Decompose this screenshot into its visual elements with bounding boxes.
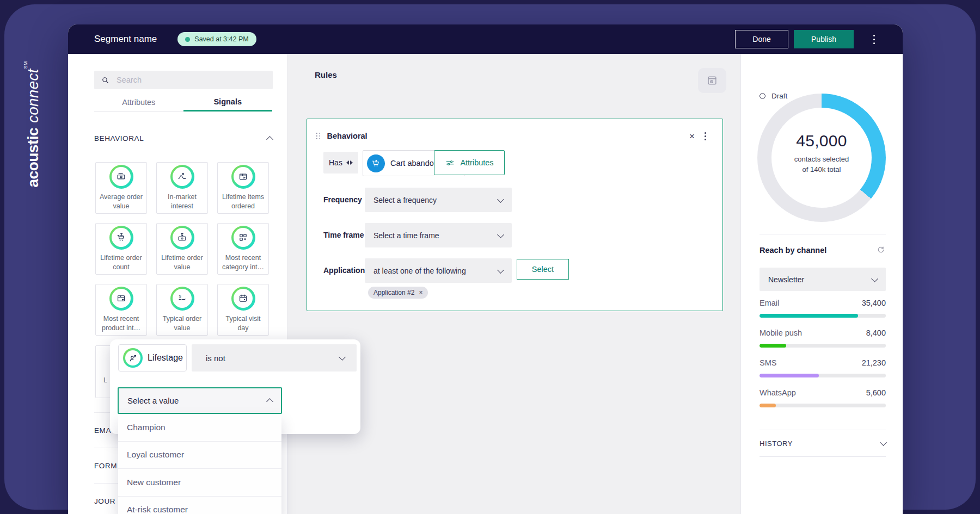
signal-card-partial-label: L — [103, 376, 107, 384]
chevron-down-icon — [497, 267, 504, 274]
channel-bar-fill — [759, 374, 819, 377]
contacts-caption-2: of 140k total — [757, 165, 886, 175]
category-grid-icon — [231, 226, 255, 250]
package-heart-icon — [109, 287, 133, 311]
signals-grid: Average order valueIn-market interestLif… — [95, 162, 271, 336]
signal-card[interactable]: Lifetime order count — [95, 223, 147, 275]
rule-card-title: Behavioral — [327, 132, 367, 140]
summary-panel: Draft 45,000 contacts selected of 140k t… — [740, 54, 903, 514]
history-label: HISTORY — [759, 439, 793, 448]
app-header: Segment name Saved at 3:42 PM Done Publi… — [68, 24, 903, 54]
channel-value: 35,400 — [862, 299, 886, 307]
signal-card-label: Lifetime items ordered — [218, 193, 268, 212]
application-select[interactable]: at least one of the following — [365, 258, 512, 283]
channel-bar-track — [759, 344, 886, 348]
signal-card[interactable]: Lifetime order value — [156, 223, 208, 275]
channel-value: 5,600 — [866, 388, 886, 397]
signal-card[interactable]: Average order value — [95, 162, 147, 214]
dollar-wave-icon: $ — [170, 287, 194, 311]
draft-status-label: Draft — [771, 92, 787, 100]
chevron-down-icon — [871, 275, 878, 282]
signal-card-label: Lifetime order count — [96, 253, 146, 273]
chevron-up-icon — [266, 136, 273, 143]
brand-servicemark: SM — [23, 61, 29, 69]
chevron-up-icon — [266, 398, 273, 405]
sliders-icon — [445, 158, 455, 168]
section-behavioral-header[interactable]: BEHAVIORAL — [94, 134, 272, 143]
attribute-chip-lifestage[interactable]: Lifestage — [118, 344, 187, 371]
signal-card[interactable]: Most recent product int… — [95, 284, 147, 336]
dropdown-option-loyal-customer[interactable]: Loyal customer — [118, 441, 281, 469]
signal-card-label: Most recent product int… — [96, 314, 146, 333]
channel-label: SMS — [759, 358, 776, 367]
rules-canvas: Rules Behavioral × Has — [287, 54, 740, 514]
operator-select[interactable]: is not — [192, 344, 357, 371]
timeframe-select-value: Select a time frame — [373, 231, 439, 240]
close-icon[interactable]: × — [689, 132, 695, 141]
divider — [759, 234, 886, 234]
tab-signals[interactable]: Signals — [183, 93, 273, 112]
dropdown-option-at-risk-customer[interactable]: At-risk customer — [118, 496, 281, 514]
interest-curve-icon — [170, 165, 194, 189]
drag-handle-icon[interactable] — [316, 133, 321, 140]
audience-select[interactable]: Newsletter — [759, 268, 886, 291]
behavioral-rule-card: Behavioral × Has Cart abandonment — [307, 119, 723, 311]
audience-select-value: Newsletter — [768, 275, 804, 284]
channel-row-mobile-push: Mobile push8,400 — [759, 327, 886, 357]
history-section-header[interactable]: HISTORY — [759, 430, 886, 457]
signal-card[interactable]: Typical visit day — [217, 284, 269, 336]
calendar-icon — [231, 287, 255, 311]
done-button[interactable]: Done — [735, 30, 788, 48]
signal-card[interactable]: $Typical order value — [156, 284, 208, 336]
value-select-placeholder: Select a value — [127, 396, 179, 405]
application-select-button[interactable]: Select — [517, 259, 569, 280]
channel-reach-list: Email35,400Mobile push8,400SMS21,230What… — [759, 298, 886, 417]
chevron-down-icon — [497, 196, 504, 203]
rules-title: Rules — [315, 70, 337, 79]
search-icon — [101, 75, 110, 85]
saved-dot-icon — [185, 37, 190, 42]
publish-button[interactable]: Publish — [794, 30, 854, 48]
saved-badge-label: Saved at 3:42 PM — [194, 35, 248, 43]
application-chip: Application #2 × — [368, 287, 428, 299]
draft-status-icon — [759, 93, 765, 99]
operator-toggle[interactable]: Has — [323, 152, 358, 174]
signal-card[interactable]: Most recent category int… — [217, 223, 269, 275]
frequency-select[interactable]: Select a frequency — [365, 188, 512, 212]
channel-bar-fill — [759, 344, 786, 348]
brand-acoustic: acoustic — [25, 127, 42, 187]
chevron-down-icon — [339, 354, 346, 361]
search-bar[interactable] — [94, 71, 273, 89]
signal-card-label: Lifetime order value — [157, 253, 207, 273]
timeframe-select[interactable]: Select a time frame — [365, 223, 512, 247]
contacts-caption-1: contacts selected — [757, 154, 886, 165]
signal-card[interactable]: In-market interest — [156, 162, 208, 214]
channel-label: Email — [759, 299, 779, 307]
dropdown-option-new-customer[interactable]: New customer — [118, 468, 281, 496]
section-behavioral-label: BEHAVIORAL — [94, 134, 144, 143]
banknote-icon — [109, 165, 133, 189]
channel-label: WhatsApp — [759, 388, 796, 397]
refresh-icon[interactable] — [876, 245, 886, 255]
sidebar-tabs: AttributesSignals — [94, 93, 272, 112]
operator-label: Has — [329, 158, 342, 167]
estimate-button[interactable] — [698, 68, 726, 93]
attributes-button[interactable]: Attributes — [434, 150, 505, 175]
dropdown-option-champion[interactable]: Champion — [118, 414, 281, 441]
value-select[interactable]: Select a value — [118, 387, 282, 414]
tab-attributes[interactable]: Attributes — [94, 93, 183, 112]
signal-card[interactable]: Lifetime items ordered — [217, 162, 269, 214]
rule-overflow-menu-icon[interactable] — [701, 130, 709, 142]
page-background: acousticconnectSM Segment name Saved at … — [0, 0, 980, 514]
signal-card-label: Average order value — [96, 193, 146, 212]
search-input[interactable] — [115, 75, 266, 85]
chevron-down-icon — [880, 439, 887, 446]
frequency-label: Frequency — [323, 195, 362, 204]
remove-application-icon[interactable]: × — [419, 289, 422, 296]
frequency-select-value: Select a frequency — [373, 196, 437, 205]
header-overflow-menu-icon[interactable] — [867, 30, 881, 48]
status-draft: Draft — [759, 92, 787, 100]
saved-status-badge: Saved at 3:42 PM — [177, 32, 256, 46]
contacts-donut-text: 45,000 contacts selected of 140k total — [757, 132, 886, 175]
package-icon — [231, 165, 255, 189]
